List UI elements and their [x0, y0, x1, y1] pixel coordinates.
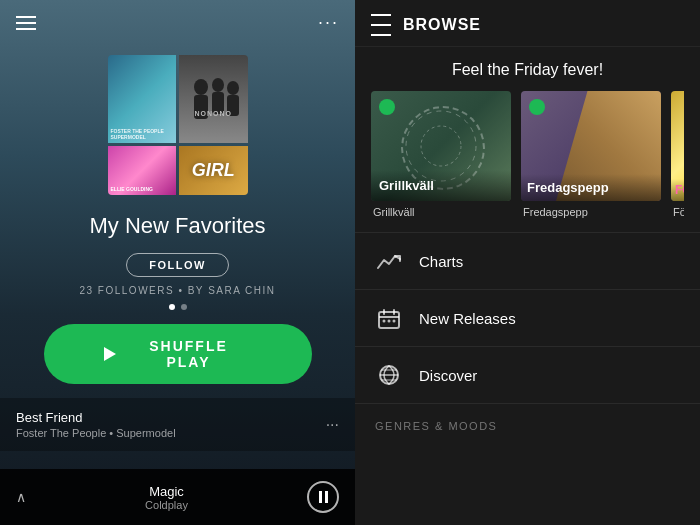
playlist-cards: Grillkväll Grillkväll Fredagspepp: [371, 91, 684, 218]
track-artist: Foster The People • Supermodel: [16, 427, 326, 439]
bottom-track-artist: Coldplay: [145, 499, 188, 511]
new-releases-icon: [375, 304, 403, 332]
svg-point-4: [227, 81, 239, 95]
playlist-card-3[interactable]: FÖ Fördr...: [671, 91, 684, 218]
card-1-bg: Grillkväll: [371, 91, 511, 201]
browse-item-discover[interactable]: Discover: [355, 347, 700, 404]
svg-point-2: [212, 78, 224, 92]
genres-label: GENRES & MOODS: [375, 420, 497, 432]
album-cell-4: GIRL: [179, 146, 248, 195]
chevron-up-icon[interactable]: ∧: [16, 489, 26, 505]
bottom-track-name: Magic: [145, 484, 188, 499]
album-cell-3: ELLIE GOULDING: [108, 146, 177, 195]
new-releases-label: New Releases: [419, 310, 516, 327]
album-cell-1: FOSTER THE PEOPLESUPERMODEL: [108, 55, 177, 143]
page-indicator: [169, 304, 187, 310]
pause-bar-left: [319, 491, 322, 503]
genres-section: GENRES & MOODS: [355, 404, 700, 440]
card-1-label: Grillkväll: [379, 178, 503, 193]
followers-text: 23 FOLLOWERS • BY SARA CHIN: [79, 285, 275, 296]
right-header: BROWSE: [355, 0, 700, 47]
featured-section: Feel the Friday fever! Grillkväll: [355, 47, 700, 228]
pause-button[interactable]: [307, 481, 339, 513]
discover-icon: [375, 361, 403, 389]
bottom-bar: ∧ Magic Coldplay: [0, 469, 355, 525]
play-triangle-icon: [104, 347, 116, 361]
track-name: Best Friend: [16, 410, 326, 425]
follow-button[interactable]: FOLLOW: [126, 253, 229, 277]
charts-icon: [375, 247, 403, 275]
dot-1: [169, 304, 175, 310]
now-playing-track: Best Friend Foster The People • Supermod…: [0, 398, 355, 451]
shuffle-play-label: SHUFFLE PLAY: [126, 338, 252, 370]
playlist-title: My New Favorites: [89, 213, 265, 239]
pause-bar-right: [325, 491, 328, 503]
dot-2: [181, 304, 187, 310]
more-options-icon[interactable]: ···: [318, 12, 339, 33]
charts-label: Charts: [419, 253, 463, 270]
spotify-badge-2: [529, 99, 545, 115]
browse-item-new-releases[interactable]: New Releases: [355, 290, 700, 347]
right-panel: BROWSE Feel the Friday fever! Grillkväll: [355, 0, 700, 525]
card-2-image: Fredagspepp: [521, 91, 661, 201]
track-more-icon[interactable]: ···: [326, 416, 339, 434]
card-3-name: Fördr...: [671, 206, 684, 218]
shuffle-play-button[interactable]: SHUFFLE PLAY: [44, 324, 312, 384]
playlist-card-2[interactable]: Fredagspepp Fredagspepp: [521, 91, 661, 218]
left-header: ···: [0, 0, 355, 45]
card-1-image: Grillkväll: [371, 91, 511, 201]
featured-title: Feel the Friday fever!: [371, 61, 684, 79]
card-1-overlay: Grillkväll: [371, 170, 511, 201]
album-cell-2: NONONO: [179, 55, 248, 143]
left-panel: ··· FOSTER THE PEOPLESUPERMODEL NONONO: [0, 0, 355, 525]
browse-menu: Charts New Releases: [355, 232, 700, 404]
hamburger-icon[interactable]: [16, 16, 36, 30]
svg-point-0: [194, 79, 208, 95]
discover-label: Discover: [419, 367, 477, 384]
browse-hamburger-icon[interactable]: [371, 14, 391, 36]
browse-title: BROWSE: [403, 16, 481, 34]
browse-item-charts[interactable]: Charts: [355, 233, 700, 290]
pause-icon: [319, 491, 328, 503]
bottom-track-info: Magic Coldplay: [145, 484, 188, 511]
card-2-label: Fredagspepp: [527, 180, 655, 195]
track-info: Best Friend Foster The People • Supermod…: [16, 410, 326, 439]
card-1-name: Grillkväll: [371, 206, 511, 218]
svg-point-7: [421, 126, 461, 166]
card-2-name: Fredagspepp: [521, 206, 661, 218]
playlist-card-1[interactable]: Grillkväll Grillkväll: [371, 91, 511, 218]
album-grid: FOSTER THE PEOPLESUPERMODEL NONONO ELLIE…: [108, 55, 248, 195]
